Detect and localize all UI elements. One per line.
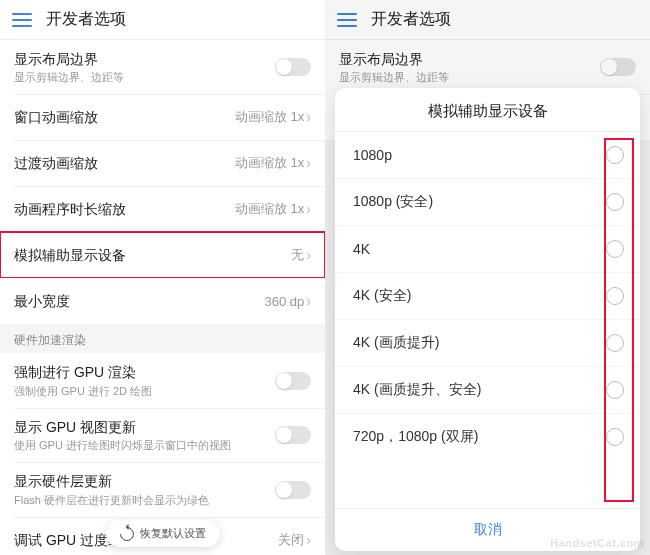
row-value: 动画缩放 1x› bbox=[235, 154, 311, 172]
row-value: 动画缩放 1x› bbox=[235, 108, 311, 126]
row-label: 显示硬件层更新 bbox=[14, 472, 275, 490]
option-label: 1080p (安全) bbox=[353, 193, 433, 211]
page-title: 开发者选项 bbox=[371, 9, 451, 30]
select-dialog: 模拟辅助显示设备 1080p1080p (安全)4K4K (安全)4K (画质提… bbox=[335, 88, 640, 551]
right-phone: 开发者选项 显示布局边界显示剪辑边界、边距等窗口动画缩放 模拟辅助显示设备 10… bbox=[325, 0, 650, 555]
option-label: 4K (画质提升) bbox=[353, 334, 439, 352]
row-label: 动画程序时长缩放 bbox=[14, 200, 235, 218]
dialog-options: 1080p1080p (安全)4K4K (安全)4K (画质提升)4K (画质提… bbox=[335, 132, 640, 508]
row-sub: 使用 GPU 进行绘图时闪烁显示窗口中的视图 bbox=[14, 438, 275, 452]
toggle-switch[interactable] bbox=[275, 372, 311, 390]
settings-row[interactable]: 显示布局边界显示剪辑边界、边距等 bbox=[0, 40, 325, 94]
settings-row[interactable]: 强制进行 GPU 渲染强制使用 GPU 进行 2D 绘图 bbox=[0, 353, 325, 407]
chevron-right-icon: › bbox=[306, 109, 311, 125]
header: 开发者选项 bbox=[325, 0, 650, 40]
settings-row[interactable]: 动画程序时长缩放动画缩放 1x› bbox=[0, 186, 325, 232]
dialog-option[interactable]: 4K bbox=[335, 225, 640, 272]
row-label: 显示 GPU 视图更新 bbox=[14, 418, 275, 436]
dialog-title: 模拟辅助显示设备 bbox=[335, 88, 640, 132]
option-label: 4K (安全) bbox=[353, 287, 411, 305]
row-sub: 强制使用 GPU 进行 2D 绘图 bbox=[14, 384, 275, 398]
refresh-icon bbox=[117, 524, 137, 544]
chevron-right-icon: › bbox=[306, 155, 311, 171]
settings-row[interactable]: 显示硬件层更新Flash 硬件层在进行更新时会显示为绿色 bbox=[0, 462, 325, 516]
toggle-switch[interactable] bbox=[275, 426, 311, 444]
settings-row[interactable]: 最小宽度360 dp› bbox=[0, 278, 325, 324]
restore-defaults-button[interactable]: 恢复默认设置 bbox=[106, 520, 220, 547]
row-sub: 显示剪辑边界、边距等 bbox=[339, 70, 600, 84]
row-label: 模拟辅助显示设备 bbox=[14, 246, 291, 264]
left-phone: 开发者选项 显示布局边界显示剪辑边界、边距等窗口动画缩放动画缩放 1x›过渡动画… bbox=[0, 0, 325, 555]
dialog-option[interactable]: 4K (安全) bbox=[335, 272, 640, 319]
chevron-right-icon: › bbox=[306, 201, 311, 217]
row-label: 过渡动画缩放 bbox=[14, 154, 235, 172]
option-label: 1080p bbox=[353, 147, 392, 163]
row-label: 显示布局边界 bbox=[339, 50, 600, 68]
chevron-right-icon: › bbox=[306, 532, 311, 548]
dialog-option[interactable]: 720p，1080p (双屏) bbox=[335, 413, 640, 460]
row-sub: Flash 硬件层在进行更新时会显示为绿色 bbox=[14, 493, 275, 507]
header: 开发者选项 bbox=[0, 0, 325, 40]
settings-list: 显示布局边界显示剪辑边界、边距等窗口动画缩放动画缩放 1x›过渡动画缩放动画缩放… bbox=[0, 40, 325, 324]
page-title: 开发者选项 bbox=[46, 9, 126, 30]
dialog-option[interactable]: 4K (画质提升、安全) bbox=[335, 366, 640, 413]
toggle-switch[interactable] bbox=[275, 58, 311, 76]
row-label: 最小宽度 bbox=[14, 292, 265, 310]
row-label: 强制进行 GPU 渲染 bbox=[14, 363, 275, 381]
toggle-switch[interactable] bbox=[600, 58, 636, 76]
dialog-option[interactable]: 4K (画质提升) bbox=[335, 319, 640, 366]
row-label: 显示布局边界 bbox=[14, 50, 275, 68]
row-value: 360 dp› bbox=[265, 293, 311, 309]
settings-row[interactable]: 过渡动画缩放动画缩放 1x› bbox=[0, 140, 325, 186]
option-label: 4K bbox=[353, 241, 370, 257]
menu-icon[interactable] bbox=[337, 13, 357, 27]
settings-row[interactable]: 显示布局边界显示剪辑边界、边距等 bbox=[325, 40, 650, 94]
toggle-switch[interactable] bbox=[275, 481, 311, 499]
settings-row[interactable]: 模拟辅助显示设备无› bbox=[0, 232, 325, 278]
watermark: HandsetCat.com bbox=[550, 537, 644, 549]
option-label: 4K (画质提升、安全) bbox=[353, 381, 481, 399]
chevron-right-icon: › bbox=[306, 293, 311, 309]
dialog-option[interactable]: 1080p (安全) bbox=[335, 178, 640, 225]
row-value: 无› bbox=[291, 246, 311, 264]
row-label: 窗口动画缩放 bbox=[14, 108, 235, 126]
radio-column-highlight bbox=[604, 138, 634, 502]
dialog-option[interactable]: 1080p bbox=[335, 132, 640, 178]
row-value: 关闭› bbox=[278, 531, 311, 549]
settings-row[interactable]: 显示 GPU 视图更新使用 GPU 进行绘图时闪烁显示窗口中的视图 bbox=[0, 408, 325, 462]
row-value: 动画缩放 1x› bbox=[235, 200, 311, 218]
option-label: 720p，1080p (双屏) bbox=[353, 428, 478, 446]
section-header: 硬件加速渲染 bbox=[0, 324, 325, 353]
chevron-right-icon: › bbox=[306, 247, 311, 263]
row-sub: 显示剪辑边界、边距等 bbox=[14, 70, 275, 84]
menu-icon[interactable] bbox=[12, 13, 32, 27]
settings-row[interactable]: 窗口动画缩放动画缩放 1x› bbox=[0, 94, 325, 140]
